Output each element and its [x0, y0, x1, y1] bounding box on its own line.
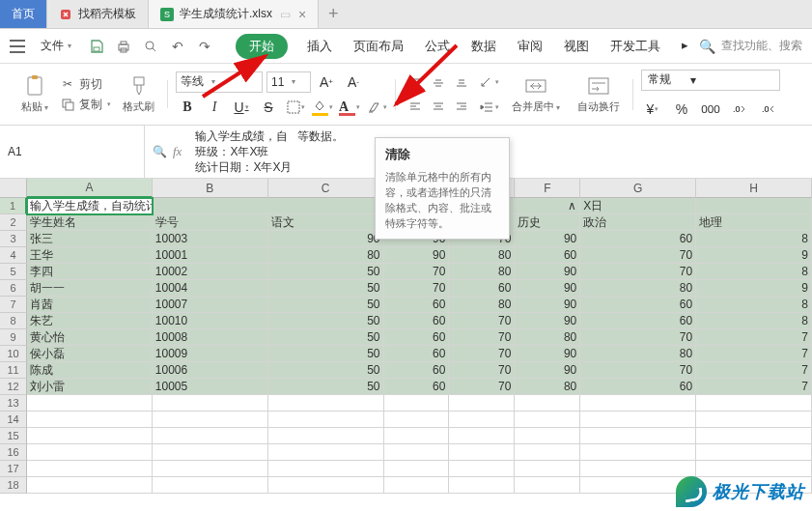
orientation-icon[interactable]: ▾: [477, 71, 500, 93]
underline-button[interactable]: U▾: [230, 97, 253, 118]
cell[interactable]: [153, 428, 268, 444]
cell[interactable]: [696, 395, 812, 412]
cell[interactable]: [580, 395, 696, 412]
cell[interactable]: [449, 412, 515, 428]
cell[interactable]: 70: [449, 329, 515, 346]
cell[interactable]: 60: [515, 247, 580, 264]
cell[interactable]: 90: [515, 362, 580, 379]
menu-data[interactable]: 数据: [469, 34, 498, 59]
cell[interactable]: [384, 412, 450, 428]
cell[interactable]: [515, 412, 580, 428]
cell[interactable]: 70: [449, 379, 515, 395]
bold-button[interactable]: B: [176, 97, 199, 118]
cell[interactable]: ∧: [515, 198, 580, 214]
tab-close-icon[interactable]: ×: [298, 7, 306, 22]
menu-start[interactable]: 开始: [236, 34, 288, 59]
cell[interactable]: 90: [268, 231, 384, 247]
cell[interactable]: [580, 461, 696, 477]
wrap-button[interactable]: 自动换行: [572, 72, 626, 116]
cell[interactable]: 80: [580, 346, 696, 362]
cell[interactable]: 80: [449, 247, 515, 264]
col-header-G[interactable]: G: [580, 179, 696, 198]
border-button[interactable]: ▾: [284, 97, 307, 118]
cell[interactable]: 7: [696, 346, 812, 362]
merge-button[interactable]: 合并居中▾: [506, 72, 566, 116]
cell[interactable]: [515, 428, 580, 444]
menu-layout[interactable]: 页面布局: [351, 34, 406, 59]
row-header-6[interactable]: 6: [0, 280, 27, 297]
cell[interactable]: 10001: [153, 247, 268, 264]
menu-view[interactable]: 视图: [562, 34, 591, 59]
cell[interactable]: 60: [449, 280, 515, 297]
col-header-B[interactable]: B: [153, 179, 268, 198]
cell[interactable]: 9: [696, 247, 812, 264]
cell[interactable]: 语文: [268, 214, 384, 231]
cell[interactable]: 70: [449, 313, 515, 329]
increase-font-icon[interactable]: A+: [315, 71, 338, 93]
cell[interactable]: 10007: [153, 297, 268, 313]
cell[interactable]: 50: [268, 346, 384, 362]
cell[interactable]: 黄心怡: [27, 329, 153, 346]
cell[interactable]: 60: [384, 362, 450, 379]
cell[interactable]: 70: [384, 280, 450, 297]
cell[interactable]: 60: [384, 346, 450, 362]
select-all-corner[interactable]: [0, 179, 27, 198]
cell[interactable]: [449, 461, 515, 477]
align-right-icon[interactable]: [450, 96, 473, 117]
cell[interactable]: 李四: [27, 264, 153, 280]
cell[interactable]: 输入学生成绩，自动统计学科的平均分等数据。班级: [27, 198, 153, 214]
decrease-font-icon[interactable]: A-: [342, 71, 365, 93]
cell[interactable]: [515, 461, 580, 477]
cell[interactable]: 60: [580, 231, 696, 247]
cell[interactable]: [580, 412, 696, 428]
cell[interactable]: [515, 444, 580, 461]
cell[interactable]: [268, 477, 384, 494]
col-header-A[interactable]: A: [27, 179, 153, 198]
row-header-17[interactable]: 17: [0, 461, 27, 477]
cell[interactable]: X日: [580, 198, 696, 214]
cell[interactable]: 50: [268, 280, 384, 297]
cell[interactable]: 70: [580, 247, 696, 264]
menu-review[interactable]: 审阅: [516, 34, 545, 59]
copy-button[interactable]: 复制▾: [60, 97, 111, 113]
cell[interactable]: 50: [268, 297, 384, 313]
cell[interactable]: [153, 444, 268, 461]
cell[interactable]: 90: [515, 264, 580, 280]
cell[interactable]: 10006: [153, 362, 268, 379]
cell[interactable]: 90: [515, 297, 580, 313]
cell[interactable]: 80: [515, 329, 580, 346]
cells-area[interactable]: 输入学生成绩，自动统计学科的平均分等数据。班级∧X日学生姓名学号语文历史政治地理…: [27, 198, 812, 494]
cell[interactable]: [27, 395, 153, 412]
number-format-combo[interactable]: 常规▾: [641, 70, 780, 91]
tab-document[interactable]: S 学生成绩统计.xlsx ▭ ×: [149, 0, 319, 28]
cell[interactable]: 地理: [696, 214, 812, 231]
cell[interactable]: 60: [580, 313, 696, 329]
thousands-icon[interactable]: 000: [699, 99, 722, 120]
menu-formula[interactable]: 公式: [423, 34, 452, 59]
cell[interactable]: 学生姓名: [27, 214, 153, 231]
cell[interactable]: 8: [696, 231, 812, 247]
italic-button[interactable]: I: [203, 97, 226, 118]
cell[interactable]: [696, 198, 812, 214]
cell[interactable]: [580, 444, 696, 461]
cell[interactable]: 胡一一: [27, 280, 153, 297]
cell[interactable]: [27, 428, 153, 444]
cell[interactable]: 朱艺: [27, 313, 153, 329]
cell[interactable]: 50: [268, 362, 384, 379]
cell[interactable]: 9: [696, 280, 812, 297]
tab-template[interactable]: 找稻壳模板: [47, 0, 149, 28]
tab-restore-icon[interactable]: ▭: [280, 8, 291, 21]
zoom-icon[interactable]: 🔍: [153, 145, 167, 158]
cell[interactable]: [384, 444, 450, 461]
formula-bar[interactable]: 输入学生成绩，自 班级：X年X班 统计日期：X年X月: [189, 126, 297, 178]
cell[interactable]: 8: [696, 297, 812, 313]
row-header-11[interactable]: 11: [0, 362, 27, 379]
cell[interactable]: 90: [515, 313, 580, 329]
cell[interactable]: [268, 428, 384, 444]
file-menu[interactable]: 文件▾: [33, 34, 79, 58]
font-size-combo[interactable]: 11▾: [266, 71, 311, 93]
tab-home[interactable]: 首页: [0, 0, 47, 28]
col-header-C[interactable]: C: [268, 179, 384, 198]
font-name-combo[interactable]: 等线▾: [176, 71, 263, 93]
cell[interactable]: [384, 461, 450, 477]
